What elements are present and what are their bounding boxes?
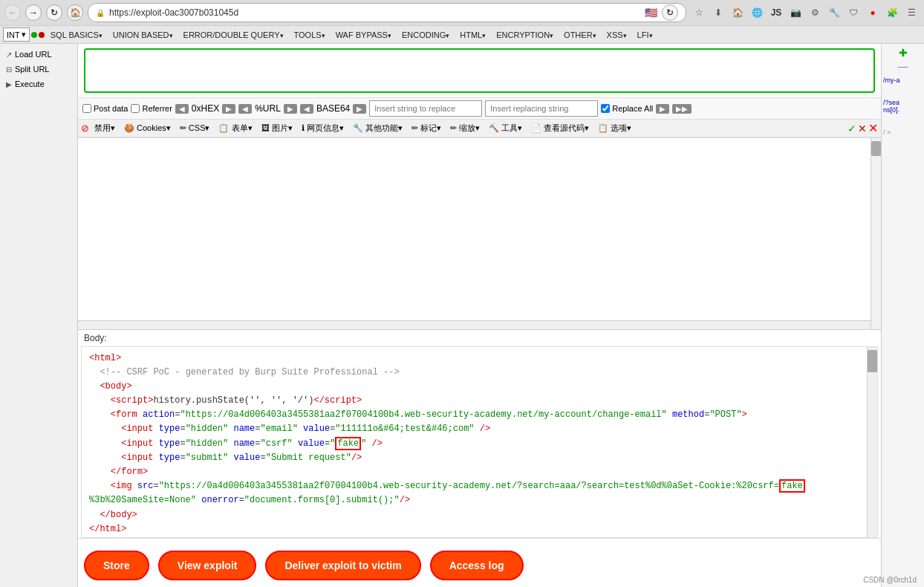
execute-icon: ▶	[6, 80, 12, 88]
post-data-label: Post data	[94, 104, 128, 113]
webdev-mark[interactable]: ✏ 标记▾	[408, 121, 445, 135]
dot-red	[39, 32, 45, 38]
arrow-right-base64[interactable]: ▶	[353, 104, 366, 114]
screenshot-icon[interactable]: 📷	[787, 4, 804, 21]
view-exploit-button[interactable]: View exploit	[158, 551, 257, 580]
home-button[interactable]: 🏠	[67, 4, 83, 21]
globe-icon[interactable]: 🌐	[749, 4, 765, 21]
insert-replacing-input[interactable]	[485, 100, 598, 117]
scrollbar-thumb[interactable]	[871, 141, 881, 156]
access-log-button[interactable]: Access log	[430, 551, 524, 580]
body-label: Body:	[78, 330, 881, 346]
csrf-value-highlight: fake	[335, 437, 361, 450]
int-dropdown[interactable]: INT ▾	[3, 27, 30, 42]
refresh-button[interactable]: ↻	[46, 4, 62, 21]
deliver-exploit-button[interactable]: Deliver exploit to victim	[265, 551, 420, 580]
webdev-other[interactable]: 🔧 其他功能▾	[349, 121, 406, 135]
post-data-checkbox[interactable]	[82, 104, 91, 113]
menu-encoding[interactable]: ENCODING	[397, 29, 454, 41]
split-url-icon: ⊟	[6, 65, 12, 74]
sidebar-item-split-url[interactable]: ⊟ Split URL	[0, 62, 77, 77]
webdev-toolbar: ⊘ 禁用▾ 🍪 Cookies▾ ✏ CSS▾ 📋 表单▾ 🖼 图片▾ ℹ 网页…	[78, 120, 881, 138]
store-button[interactable]: Store	[84, 551, 149, 580]
webdev-x-icon: ✕	[858, 123, 867, 134]
referrer-item: Referrer	[131, 104, 172, 113]
menu-xss[interactable]: XSS	[602, 29, 631, 41]
url-area	[78, 44, 881, 98]
arrow-left-url[interactable]: ◀	[238, 104, 252, 114]
lock-icon: 🔒	[96, 9, 105, 17]
arrow-left-base64[interactable]: ◀	[300, 104, 313, 114]
webdev-images[interactable]: 🖼 图片▾	[258, 121, 296, 135]
sidebar-item-load-url[interactable]: ↗ Load URL	[0, 47, 77, 62]
bottom-scrollbar[interactable]	[78, 320, 871, 329]
main-layout: ↗ Load URL ⊟ Split URL ▶ Execute Post da…	[0, 44, 924, 587]
arrow-right-hex[interactable]: ▶	[222, 104, 235, 114]
menu-other[interactable]: OTHER	[559, 29, 601, 41]
editor-scroll-thumb[interactable]	[868, 350, 877, 372]
replace-all-item: Replace All	[601, 104, 653, 113]
menu-icon[interactable]: ☰	[903, 4, 920, 21]
editor-scrollbar[interactable]	[867, 347, 877, 538]
referrer-checkbox[interactable]	[131, 104, 140, 113]
url-text: https://exploit-0ac3007b031045d	[109, 7, 640, 18]
sqlmap-toolbar: INT ▾ SQL BASICS UNION BASED ERROR/DOUBL…	[0, 26, 924, 44]
load-url-label: Load URL	[15, 50, 52, 59]
menu-union-based[interactable]: UNION BASED	[108, 29, 178, 41]
menu-encryption[interactable]: ENCRYPTION	[492, 29, 558, 41]
home-icon2[interactable]: 🏠	[729, 4, 746, 21]
menu-html[interactable]: HTML	[455, 29, 490, 41]
arrow-left-hex[interactable]: ◀	[175, 104, 189, 114]
extension-icon[interactable]: 🔧	[826, 4, 842, 21]
menu-lfi[interactable]: LFI	[633, 29, 657, 41]
webdev-cookies[interactable]: 🍪 Cookies▾	[120, 122, 175, 134]
watermark: CSDN @0rch1d	[863, 576, 917, 584]
arrow-right-replace[interactable]: ▶▶	[672, 104, 692, 114]
post-data-item: Post data	[82, 104, 128, 113]
hex-label: 0xHEX	[192, 103, 219, 114]
download-icon[interactable]: ⬇	[710, 4, 726, 21]
code-editor[interactable]: <html> <!-- CSRF PoC - generated by Burp…	[81, 346, 878, 539]
dropdown-arrow: ▾	[22, 30, 26, 39]
shield-icon[interactable]: 🛡	[845, 4, 862, 21]
sidebar-item-execute[interactable]: ▶ Execute	[0, 77, 77, 91]
menu-tools[interactable]: TOOLS	[290, 29, 330, 41]
reload-button[interactable]: ↻	[662, 4, 678, 21]
arrow-left-replace[interactable]: ▶	[656, 104, 669, 114]
arrow-right-url[interactable]: ▶	[284, 104, 297, 114]
right-scrollbar[interactable]	[871, 138, 881, 329]
replace-all-label: Replace All	[612, 104, 653, 113]
menu-error-double[interactable]: ERROR/DOUBLE QUERY	[179, 29, 288, 41]
rp-minus[interactable]: —	[885, 60, 921, 72]
webdev-source[interactable]: 📄 查看源代码▾	[527, 121, 593, 135]
webdev-options[interactable]: 📋 选项▾	[594, 121, 635, 135]
back-button[interactable]: ←	[4, 4, 21, 21]
insert-string-input[interactable]	[369, 100, 482, 117]
execute-label: Execute	[15, 80, 45, 88]
webdev-form[interactable]: 📋 表单▾	[215, 121, 256, 135]
url-input-box[interactable]	[84, 48, 875, 93]
webdev-pageinfo[interactable]: ℹ 网页信息▾	[298, 121, 348, 135]
code-editor-inner[interactable]: <html> <!-- CSRF PoC - generated by Burp…	[82, 347, 877, 539]
webdev-zoom[interactable]: ✏ 缩放▾	[446, 121, 484, 135]
replace-all-checkbox[interactable]	[601, 104, 610, 113]
menu-sql-basics[interactable]: SQL BASICS	[46, 29, 107, 41]
url-bar[interactable]: 🔒 https://exploit-0ac3007b031045d 🇺🇸 ↻	[88, 3, 686, 22]
right-panel-top: ✚ —	[882, 44, 924, 75]
base64-label: BASE64	[316, 103, 350, 114]
rp-green-plus[interactable]: ✚	[885, 47, 921, 59]
star-icon[interactable]: ☆	[691, 4, 707, 21]
flag-icon: 🇺🇸	[645, 7, 657, 19]
body-label-text: Body:	[84, 333, 107, 343]
webdev-tools[interactable]: 🔨 工具▾	[485, 121, 526, 135]
webdev-disable[interactable]: 禁用▾	[91, 121, 119, 135]
sidebar: ↗ Load URL ⊟ Split URL ▶ Execute	[0, 44, 78, 587]
puzzle-icon[interactable]: 🧩	[884, 4, 900, 21]
dot-green	[31, 32, 37, 38]
webdev-css[interactable]: ✏ CSS▾	[176, 122, 214, 134]
menu-waf-bypass[interactable]: WAF BYPASS	[331, 29, 396, 41]
settings-icon[interactable]: ⚙	[807, 4, 823, 21]
forward-button[interactable]: →	[25, 4, 42, 21]
addon-icon[interactable]: ●	[865, 4, 881, 21]
browser-toolbar: ← → ↻ 🏠 🔒 https://exploit-0ac3007b031045…	[0, 0, 924, 25]
